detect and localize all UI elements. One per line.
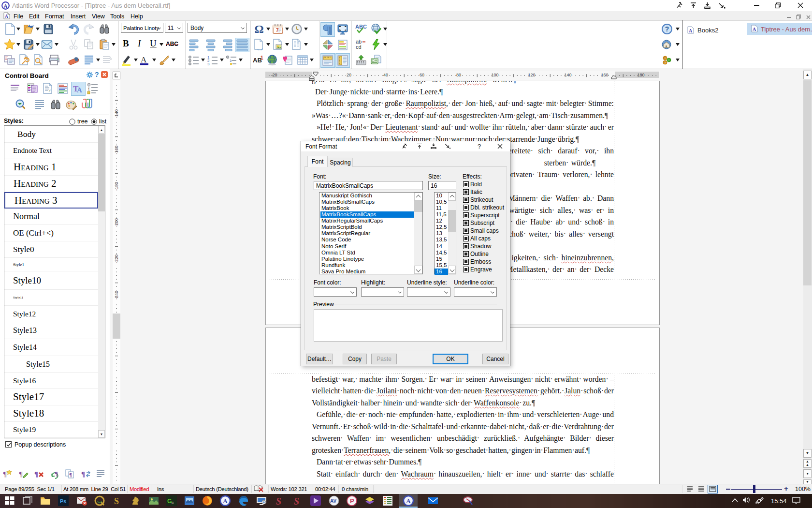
- svg-text:¶: ¶: [34, 470, 38, 478]
- svg-text:G: G: [167, 498, 172, 505]
- svg-text:Ps: Ps: [60, 498, 66, 504]
- svg-text:¶: ¶: [69, 472, 72, 478]
- svg-text:c: c: [172, 500, 174, 505]
- svg-text:A: A: [77, 86, 82, 94]
- svg-text:A: A: [689, 28, 693, 33]
- svg-text:Ω: Ω: [254, 23, 263, 35]
- svg-text:A: A: [223, 497, 228, 505]
- svg-text:¶: ¶: [55, 470, 58, 477]
- svg-text:S: S: [294, 496, 299, 507]
- svg-text:¶: ¶: [19, 470, 23, 478]
- svg-text:?: ?: [665, 25, 669, 33]
- svg-text:P: P: [350, 497, 354, 505]
- svg-text:3: 3: [207, 62, 210, 66]
- svg-text:S: S: [114, 496, 119, 506]
- svg-text:A: A: [406, 497, 411, 505]
- svg-text:S: S: [276, 496, 281, 507]
- svg-text:ABC: ABC: [355, 24, 367, 30]
- svg-text:A: A: [5, 14, 8, 19]
- svg-text:A: A: [753, 27, 756, 32]
- svg-text:1: 1: [88, 87, 90, 91]
- svg-text:AV: AV: [330, 498, 336, 504]
- svg-text:¶: ¶: [3, 470, 7, 478]
- svg-text:A: A: [141, 55, 147, 64]
- svg-text:1: 1: [261, 55, 263, 60]
- svg-text:1: 1: [230, 59, 232, 63]
- svg-text:A: A: [4, 3, 8, 9]
- svg-text:cd: cd: [356, 44, 362, 50]
- svg-text:✓: ✓: [48, 89, 51, 92]
- svg-text:¶: ¶: [81, 470, 85, 478]
